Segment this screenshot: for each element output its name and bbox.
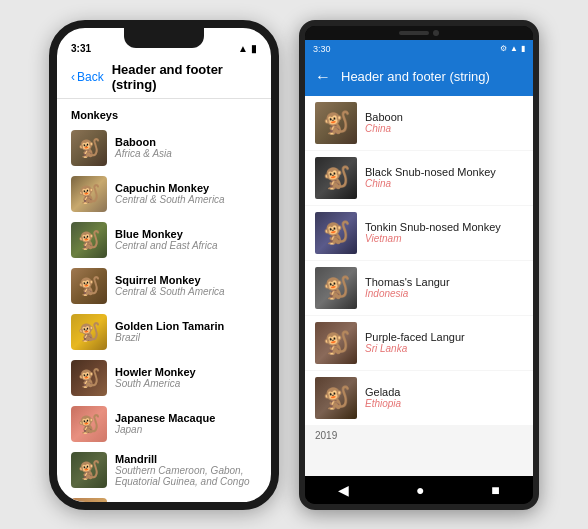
list-item[interactable]: 🐒 Tonkin Snub-nosed Monkey Vietnam [305, 206, 533, 260]
item-name: Blue Monkey [115, 228, 257, 240]
item-text: Tonkin Snub-nosed Monkey Vietnam [365, 221, 523, 244]
back-chevron-icon: ‹ [71, 70, 75, 84]
ios-status-icons: ▲ ▮ [238, 43, 257, 54]
list-item[interactable]: 🐒 Baboon China [305, 96, 533, 150]
settings-icon: ⚙ [500, 44, 507, 53]
item-text: Baboon Africa & Asia [115, 136, 257, 159]
item-name: Japanese Macaque [115, 412, 257, 424]
item-text: Howler Monkey South America [115, 366, 257, 389]
android-home-button[interactable]: ● [416, 482, 424, 498]
monkey-thumbnail: 🐒 [315, 212, 357, 254]
monkey-thumbnail: 🐒 [71, 498, 107, 502]
android-back-button[interactable]: ← [315, 68, 331, 86]
main-container: 3:31 ▲ ▮ ‹ Back Header and footer (strin… [39, 10, 549, 520]
item-sub: Japan [115, 424, 257, 435]
item-name: Squirrel Monkey [115, 274, 257, 286]
android-phone: 3:30 ⚙ ▲ ▮ ← Header and footer (string) … [299, 20, 539, 510]
item-name: Gelada [365, 386, 523, 398]
item-name: Howler Monkey [115, 366, 257, 378]
monkey-thumbnail: 🐒 [71, 406, 107, 442]
item-sub: Brazil [115, 332, 257, 343]
item-name: Mandrill [115, 453, 257, 465]
list-item[interactable]: 🐒 Blue Monkey Central and East Africa [57, 217, 271, 263]
monkey-thumbnail: 🐒 [71, 176, 107, 212]
item-name: Black Snub-nosed Monkey [365, 166, 523, 178]
item-sub: South America [115, 378, 257, 389]
item-sub: Central and East Africa [115, 240, 257, 251]
item-text: Thomas's Langur Indonesia [365, 276, 523, 299]
list-item[interactable]: 🐒 Squirrel Monkey Central & South Americ… [57, 263, 271, 309]
item-name: Golden Lion Tamarin [115, 320, 257, 332]
list-item[interactable]: 🐒 Golden Lion Tamarin Brazil [57, 309, 271, 355]
item-sub: Sri Lanka [365, 343, 523, 354]
item-text: Squirrel Monkey Central & South America [115, 274, 257, 297]
monkey-thumbnail: 🐒 [315, 377, 357, 419]
item-sub: China [365, 178, 523, 189]
monkey-thumbnail: 🐒 [315, 157, 357, 199]
item-text: Mandrill Southern Cameroon, Gabon, Equat… [115, 453, 257, 487]
item-sub: China [365, 123, 523, 134]
item-sub: Southern Cameroon, Gabon, Equatorial Gui… [115, 465, 257, 487]
ios-content: Monkeys 🐒 Baboon Africa & Asia 🐒 Capuchi… [57, 99, 271, 502]
list-item[interactable]: 🐒 Capuchin Monkey Central & South Americ… [57, 171, 271, 217]
monkey-thumbnail: 🐒 [71, 452, 107, 488]
camera-icon [433, 30, 439, 36]
monkey-thumbnail: 🐒 [71, 360, 107, 396]
list-item[interactable]: 🐒 Thomas's Langur Indonesia [305, 261, 533, 315]
item-text: Baboon China [365, 111, 523, 134]
wifi-icon: ▲ [238, 43, 248, 54]
ios-notch [124, 28, 204, 48]
item-text: Capuchin Monkey Central & South America [115, 182, 257, 205]
android-section-year: 2019 [305, 426, 533, 445]
item-sub: Central & South America [115, 194, 257, 205]
list-item[interactable]: 🐒 Proboscis Monkey South _ [57, 493, 271, 502]
wifi-icon: ▲ [510, 44, 518, 53]
list-item[interactable]: 🐒 Japanese Macaque Japan [57, 401, 271, 447]
monkey-thumbnail: 🐒 [71, 268, 107, 304]
android-page-title: Header and footer (string) [341, 69, 490, 84]
monkey-thumbnail: 🐒 [71, 222, 107, 258]
battery-icon: ▮ [521, 44, 525, 53]
android-time: 3:30 [313, 44, 331, 54]
android-back-nav-button[interactable]: ◀ [338, 482, 349, 498]
item-name: Baboon [365, 111, 523, 123]
list-item[interactable]: 🐒 Baboon Africa & Asia [57, 125, 271, 171]
item-sub: Vietnam [365, 233, 523, 244]
back-label: Back [77, 70, 104, 84]
list-item[interactable]: 🐒 Gelada Ethiopia [305, 371, 533, 425]
item-name: Purple-faced Langur [365, 331, 523, 343]
android-content: 🐒 Baboon China 🐒 Black Snub-nosed Monkey… [305, 96, 533, 476]
item-text: Japanese Macaque Japan [115, 412, 257, 435]
item-text: Blue Monkey Central and East Africa [115, 228, 257, 251]
android-status-bar: 3:30 ⚙ ▲ ▮ [305, 40, 533, 58]
item-sub: Africa & Asia [115, 148, 257, 159]
android-recent-button[interactable]: ■ [491, 482, 499, 498]
item-text: Gelada Ethiopia [365, 386, 523, 409]
item-text: Black Snub-nosed Monkey China [365, 166, 523, 189]
monkey-thumbnail: 🐒 [71, 130, 107, 166]
android-top-bar [305, 26, 533, 40]
monkey-thumbnail: 🐒 [71, 314, 107, 350]
item-text: Purple-faced Langur Sri Lanka [365, 331, 523, 354]
list-item[interactable]: 🐒 Mandrill Southern Cameroon, Gabon, Equ… [57, 447, 271, 493]
ios-phone: 3:31 ▲ ▮ ‹ Back Header and footer (strin… [49, 20, 279, 510]
ios-back-button[interactable]: ‹ Back [71, 70, 104, 84]
ios-page-title: Header and footer (string) [112, 62, 257, 92]
list-item[interactable]: 🐒 Black Snub-nosed Monkey China [305, 151, 533, 205]
battery-icon: ▮ [251, 43, 257, 54]
monkey-thumbnail: 🐒 [315, 102, 357, 144]
list-item[interactable]: 🐒 Purple-faced Langur Sri Lanka [305, 316, 533, 370]
android-header: ← Header and footer (string) [305, 58, 533, 96]
item-name: Baboon [115, 136, 257, 148]
monkey-thumbnail: 🐒 [315, 322, 357, 364]
android-status-icons: ⚙ ▲ ▮ [500, 44, 525, 53]
list-item[interactable]: 🐒 Howler Monkey South America [57, 355, 271, 401]
ios-header: ‹ Back Header and footer (string) [57, 56, 271, 99]
item-name: Capuchin Monkey [115, 182, 257, 194]
item-text: Golden Lion Tamarin Brazil [115, 320, 257, 343]
item-name: Thomas's Langur [365, 276, 523, 288]
android-nav-bar: ◀ ● ■ [305, 476, 533, 504]
item-sub: Indonesia [365, 288, 523, 299]
item-sub: Ethiopia [365, 398, 523, 409]
item-sub: Central & South America [115, 286, 257, 297]
